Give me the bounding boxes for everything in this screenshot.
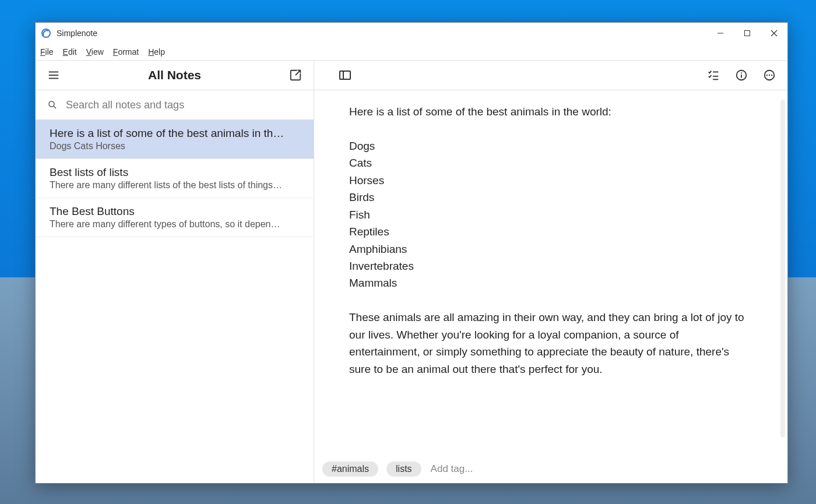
- note-item-preview: Dogs Cats Horses: [50, 141, 300, 151]
- note-item-title: The Best Buttons: [50, 205, 300, 218]
- close-icon: [771, 30, 778, 37]
- editor-line[interactable]: [349, 292, 752, 309]
- svg-point-22: [771, 75, 772, 76]
- editor-pane: Here is a list of some of the best anima…: [314, 61, 787, 483]
- menu-help[interactable]: Help: [148, 47, 165, 57]
- minimize-icon: [717, 30, 724, 37]
- svg-line-10: [54, 106, 56, 108]
- note-item-preview: There are many different lists of the be…: [50, 180, 300, 191]
- editor-line[interactable]: [349, 120, 752, 137]
- svg-point-20: [766, 75, 768, 76]
- note-list-item[interactable]: Here is a list of some of the best anima…: [36, 120, 314, 159]
- title-bar: Simplenote: [36, 23, 787, 44]
- menu-format[interactable]: Format: [113, 47, 139, 57]
- app-window: Simplenote File Edit View Format Help: [35, 22, 788, 484]
- compose-icon: [289, 69, 302, 82]
- checklist-icon: [707, 69, 720, 82]
- editor-line[interactable]: Mammals: [349, 274, 752, 291]
- note-item-title: Best lists of lists: [50, 166, 300, 179]
- main-area: All Notes: [36, 60, 787, 483]
- new-note-button[interactable]: [288, 68, 303, 83]
- editor-scrollbar[interactable]: [780, 100, 785, 438]
- search-input[interactable]: [65, 98, 302, 112]
- notes-list[interactable]: Here is a list of some of the best anima…: [36, 120, 314, 483]
- window-maximize-button[interactable]: [734, 23, 761, 44]
- note-editor[interactable]: Here is a list of some of the best anima…: [314, 90, 787, 455]
- menu-file[interactable]: File: [40, 47, 54, 57]
- editor-line[interactable]: These animals are all amazing in their o…: [349, 309, 752, 378]
- note-list-item[interactable]: Best lists of listsThere are many differ…: [36, 159, 314, 198]
- editor-line[interactable]: Fish: [349, 206, 752, 223]
- window-close-button[interactable]: [761, 23, 787, 44]
- editor-line[interactable]: Birds: [349, 189, 752, 206]
- app-title: Simplenote: [57, 29, 97, 38]
- editor-line[interactable]: Invertebrates: [349, 258, 752, 274]
- note-list-item[interactable]: The Best ButtonsThere are many different…: [36, 198, 314, 237]
- info-icon: [735, 69, 748, 82]
- more-actions-button[interactable]: [762, 68, 777, 83]
- editor-line[interactable]: Here is a list of some of the best anima…: [349, 103, 752, 120]
- info-button[interactable]: [734, 68, 749, 83]
- sidebar: All Notes: [36, 61, 314, 483]
- editor-line[interactable]: Amphibians: [349, 241, 752, 258]
- editor-line[interactable]: Horses: [349, 172, 752, 189]
- notes-list-title: All Notes: [61, 68, 288, 82]
- search-bar: [36, 90, 314, 120]
- editor-toolbar: [314, 61, 787, 90]
- svg-rect-11: [340, 71, 350, 79]
- search-icon: [47, 100, 58, 110]
- svg-rect-2: [745, 31, 750, 36]
- tag-bar: #animalslists: [314, 455, 787, 483]
- note-item-title: Here is a list of some of the best anima…: [50, 127, 300, 140]
- editor-line[interactable]: Cats: [349, 154, 752, 171]
- editor-line[interactable]: Reptiles: [349, 223, 752, 240]
- menu-view[interactable]: View: [86, 47, 104, 57]
- svg-point-9: [49, 101, 54, 107]
- sidebar-icon: [338, 68, 352, 82]
- menu-toggle-button[interactable]: [46, 68, 61, 83]
- note-item-preview: There are many different types of button…: [50, 219, 300, 230]
- editor-line[interactable]: Dogs: [349, 138, 752, 154]
- sidebar-toolbar: All Notes: [36, 61, 314, 90]
- svg-point-21: [769, 75, 770, 76]
- checklist-button[interactable]: [706, 68, 721, 83]
- maximize-icon: [744, 30, 751, 37]
- window-minimize-button[interactable]: [707, 23, 734, 44]
- tag-chip[interactable]: #animals: [322, 461, 378, 477]
- app-logo-icon: [41, 29, 51, 38]
- menu-edit[interactable]: Edit: [63, 47, 77, 57]
- menu-bar: File Edit View Format Help: [36, 44, 787, 60]
- ellipsis-icon: [763, 69, 776, 82]
- add-tag-input[interactable]: [430, 463, 555, 475]
- svg-point-17: [741, 72, 742, 73]
- tag-chip[interactable]: lists: [386, 461, 421, 477]
- hamburger-icon: [47, 69, 60, 82]
- toggle-sidebar-button[interactable]: [337, 68, 353, 83]
